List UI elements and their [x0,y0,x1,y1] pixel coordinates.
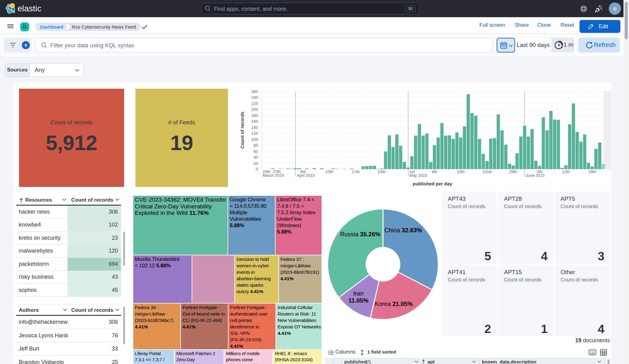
svg-text:140: 140 [251,125,258,130]
svg-text:80: 80 [254,143,258,148]
svg-text:22nd: 22nd [483,169,492,174]
svg-text:60: 60 [254,149,258,154]
svg-text:March 2023: March 2023 [263,173,284,178]
svg-text:120: 120 [251,131,258,136]
svg-text:40: 40 [254,155,258,160]
svg-text:11.05%: 11.05% [348,297,368,304]
svg-text:published per day: published per day [413,181,452,186]
svg-text:0: 0 [256,167,258,172]
svg-text:200: 200 [251,107,258,112]
svg-text:Russia 35.26%: Russia 35.26% [340,231,380,238]
svg-text:19th: 19th [588,169,596,174]
svg-text:100: 100 [251,137,258,142]
svg-text:160: 160 [251,119,258,124]
svg-text:May 2023: May 2023 [409,173,427,178]
svg-text:29th: 29th [509,169,517,174]
svg-text:17th: 17th [352,169,359,174]
svg-text:220: 220 [251,101,258,106]
svg-text:240: 240 [251,95,258,100]
svg-text:15th: 15th [457,169,464,174]
svg-text:April 2023: April 2023 [297,173,315,178]
svg-text:20: 20 [254,161,258,166]
svg-text:Korea 21.05%: Korea 21.05% [375,300,413,307]
svg-text:China 32.63%: China 32.63% [385,227,422,234]
svg-text:24th: 24th [378,169,385,174]
svg-text:Iran: Iran [353,290,364,297]
svg-text:8th: 8th [432,169,437,174]
svg-text:260: 260 [251,89,258,94]
svg-text:Count of records: Count of records [240,112,245,149]
svg-text:June 2023: June 2023 [526,173,545,178]
svg-text:180: 180 [251,113,258,118]
svg-text:10th: 10th [325,169,333,174]
svg-text:12th: 12th [562,169,570,174]
